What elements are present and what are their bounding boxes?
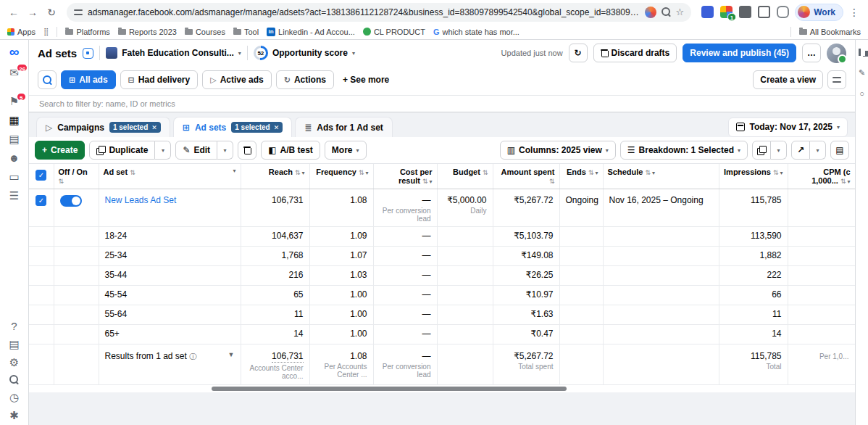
charts-panel-button[interactable]: ▤ (830, 141, 849, 160)
export-caret-button[interactable]: ▾ (810, 141, 826, 160)
ab-test-button[interactable]: ◧A/B test (261, 141, 320, 160)
bookmark-google-search[interactable]: Gwhich state has mor... (433, 28, 519, 36)
date-range-selector[interactable]: Today: Nov 17, 2025 ▾ (728, 117, 848, 137)
site-info-icon[interactable] (74, 9, 83, 16)
reload-icon[interactable]: ↻ (43, 4, 59, 20)
monitor-icon[interactable] (758, 6, 770, 18)
tab-campaigns[interactable]: ▷ Campaigns 1 selected✕ (36, 117, 170, 137)
create-view-button[interactable]: Create a view (753, 70, 823, 89)
bookmark-folder[interactable]: Courses (185, 28, 225, 36)
bookmark-cl-product[interactable]: CL PRODUCT (363, 28, 425, 36)
extension-icon[interactable] (739, 6, 751, 18)
notes-icon[interactable]: ▤ (9, 339, 19, 350)
apps-grid-icon[interactable]: ⣿ (43, 28, 49, 36)
back-icon[interactable]: ← (6, 4, 22, 20)
col-header-offon[interactable]: Off / On ⇅ (54, 164, 99, 189)
tab-group-icon[interactable] (777, 6, 789, 18)
menu-icon[interactable]: ☰ (9, 190, 19, 201)
search-filter-button[interactable] (38, 70, 57, 89)
pin-icon[interactable] (83, 48, 93, 59)
refresh-button[interactable]: ↻ (569, 44, 588, 62)
columns-button[interactable]: ▥Columns: 2025 view▾ (500, 141, 616, 160)
account-selector[interactable]: Fateh Education Consulti... ▾ (106, 47, 241, 59)
bookmark-linkedin[interactable]: inLinkedin - Ad Accou... (267, 28, 355, 36)
all-bookmarks[interactable]: All Bookmarks (799, 28, 861, 36)
delete-button[interactable] (238, 141, 256, 160)
col-header-name[interactable]: Ad set ⇅▾ (99, 164, 241, 189)
review-publish-button[interactable]: Review and publish (45) (683, 44, 796, 62)
user-avatar[interactable] (827, 44, 846, 63)
edit-button[interactable]: ✎Edit (175, 141, 217, 160)
adset-toggle[interactable] (60, 195, 82, 207)
reports-caret-button[interactable]: ▾ (771, 141, 787, 160)
info-icon[interactable]: ⓘ (189, 352, 196, 360)
bookmark-folder[interactable]: Reports 2023 (118, 28, 177, 36)
tab-adsets[interactable]: ⊞ Ad sets 1 selected✕ (173, 117, 292, 137)
breakdown-button[interactable]: ☰Breakdown: 1 Selected▾ (620, 141, 748, 160)
col-header-impressions[interactable]: Impressions ⇅▾ (719, 164, 788, 189)
activity-icon[interactable]: ○ (859, 90, 864, 98)
row-checkbox[interactable] (36, 195, 46, 206)
bookmark-folder[interactable]: Tool (233, 28, 259, 36)
discard-drafts-button[interactable]: Discard drafts (593, 44, 677, 62)
select-all-checkbox[interactable] (36, 170, 46, 181)
create-button[interactable]: +Create (35, 141, 85, 160)
search-icon[interactable] (9, 375, 19, 384)
bookmark-star-icon[interactable]: ☆ (676, 7, 685, 17)
col-header-ends[interactable]: Ends ⇅▾ (559, 164, 603, 189)
col-header-frequency[interactable]: Frequency ⇅▾ (309, 164, 373, 189)
settings-gear-icon[interactable]: ⚙ (9, 357, 19, 368)
more-button[interactable]: More▾ (325, 141, 367, 160)
summary-caret-icon[interactable]: ▼ (228, 351, 235, 358)
extension-icon[interactable] (701, 6, 714, 18)
col-header-reach[interactable]: Reach ⇅▾ (241, 164, 309, 189)
bookmark-apps[interactable]: Apps (7, 28, 36, 36)
notifications-icon[interactable]: ✉26 (9, 67, 19, 78)
megaphone-icon[interactable]: ⚑5 (9, 96, 19, 107)
col-header-schedule[interactable]: Schedule ⇅▾ (603, 164, 719, 189)
opportunity-score-selector[interactable]: 52 Opportunity score ▾ (254, 46, 355, 60)
audiences-icon[interactable]: ☻ (9, 152, 20, 163)
history-clock-icon[interactable]: ◷ (9, 392, 19, 403)
more-options-button[interactable]: … (802, 44, 821, 62)
campaigns-nav-icon[interactable]: ▦ (9, 115, 19, 125)
adset-name-link[interactable]: New Leads Ad Set (105, 195, 177, 205)
col-header-budget[interactable]: Budget ⇅ (437, 164, 493, 189)
tab-ads[interactable]: ≣ Ads for 1 Ad set (295, 117, 393, 137)
extension-icon[interactable]: 1 (720, 6, 733, 18)
charts-icon[interactable] (859, 49, 865, 56)
see-more-button[interactable]: + See more (338, 75, 393, 85)
remove-selection-icon[interactable]: ✕ (151, 124, 157, 131)
folder-icon (185, 29, 193, 35)
help-icon[interactable]: ? (11, 321, 17, 331)
duplicate-button[interactable]: Duplicate (89, 141, 155, 160)
edit-caret-button[interactable]: ▾ (217, 141, 233, 160)
search-icon[interactable] (662, 7, 671, 17)
filter-chip-all-ads[interactable]: ⊞All ads (61, 70, 116, 89)
reports-button[interactable] (752, 141, 771, 160)
filter-chip-had-delivery[interactable]: ⊟Had delivery (120, 70, 199, 89)
scrollbar-thumb[interactable] (212, 387, 567, 391)
duplicate-caret-button[interactable]: ▾ (155, 141, 171, 160)
col-header-cost[interactable]: Cost per result ⇅▾ (373, 164, 437, 189)
export-button[interactable]: ↗ (791, 141, 810, 160)
forward-icon[interactable]: → (25, 4, 41, 20)
filter-chip-active-ads[interactable]: ▷Active ads (202, 70, 272, 89)
bookmark-folder[interactable]: Platforms (65, 28, 109, 36)
remove-selection-icon[interactable]: ✕ (274, 124, 280, 131)
browser-menu-icon[interactable]: ⋮ (846, 4, 862, 20)
meta-logo-icon[interactable]: ∞ (9, 45, 20, 59)
clipboard-icon[interactable]: ▤ (9, 133, 19, 144)
profile-action-icon[interactable] (645, 7, 656, 18)
filter-chip-actions[interactable]: ↻Actions (276, 70, 334, 89)
col-header-cpm[interactable]: CPM (c1,000... ⇅▾ (788, 164, 855, 189)
billing-icon[interactable]: ▭ (9, 171, 19, 182)
col-header-spent[interactable]: Amount spent ⇅ (493, 164, 559, 189)
edit-pencil-icon[interactable]: ✎ (859, 69, 865, 77)
cell-cost: — (373, 227, 437, 247)
view-settings-button[interactable] (827, 70, 846, 89)
browser-profile-chip[interactable]: Work (795, 4, 843, 21)
address-bar[interactable]: adsmanager.facebook.com/adsmanager/manag… (67, 3, 691, 22)
bug-report-icon[interactable]: ✱ (9, 410, 19, 421)
table-search-input[interactable]: Search to filter by: name, ID or metrics (29, 95, 855, 112)
